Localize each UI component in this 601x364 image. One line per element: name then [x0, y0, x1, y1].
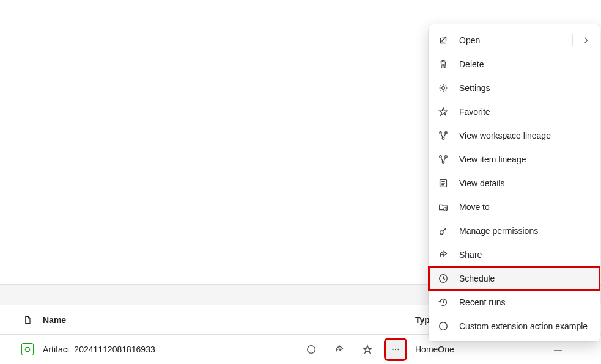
menu-item-view-details[interactable]: View details — [429, 171, 600, 195]
share-icon — [437, 249, 449, 261]
menu-item-label: Delete — [459, 59, 591, 69]
row-type-icon-col — [12, 343, 43, 355]
menu-item-item-lineage[interactable]: View item lineage — [429, 147, 600, 171]
menu-item-share[interactable]: Share — [429, 242, 600, 266]
menu-item-label: Recent runs — [459, 297, 591, 307]
menu-item-workspace-lineage[interactable]: View workspace lineage — [429, 123, 600, 147]
details-icon — [437, 177, 449, 189]
star-icon — [437, 106, 449, 118]
menu-item-schedule[interactable]: Schedule — [429, 266, 600, 290]
row-actions — [301, 340, 405, 359]
select-radio[interactable] — [301, 340, 321, 359]
menu-item-custom-ext[interactable]: Custom extension action example — [429, 314, 600, 338]
menu-item-label: Manage permissions — [459, 226, 591, 236]
menu-item-label: View details — [459, 178, 591, 188]
menu-item-open[interactable]: Open — [429, 28, 600, 52]
menu-item-favorite[interactable]: Favorite — [429, 100, 600, 123]
menu-item-recent-runs[interactable]: Recent runs — [429, 290, 600, 314]
header-icon-col — [12, 315, 43, 325]
menu-item-label: Schedule — [459, 274, 591, 283]
context-menu: OpenDeleteSettingsFavoriteView workspace… — [429, 24, 600, 341]
menu-item-label: Custom extension action example — [459, 321, 591, 331]
share-row-button[interactable] — [330, 340, 349, 359]
key-icon — [437, 225, 449, 237]
menu-item-label: Share — [459, 250, 591, 260]
menu-item-label: Move to — [459, 202, 591, 212]
folder-arrow-icon — [437, 201, 449, 213]
gear-icon — [437, 82, 449, 94]
row-name[interactable]: Artifact_20241112081816933 — [43, 344, 301, 354]
row-end: — — [528, 344, 589, 354]
menu-item-label: View workspace lineage — [459, 131, 591, 140]
document-icon — [23, 315, 32, 325]
menu-divider — [572, 34, 573, 46]
circle-icon — [437, 320, 449, 332]
trash-icon — [437, 58, 449, 70]
header-name[interactable]: Name — [43, 315, 301, 325]
menu-item-delete[interactable]: Delete — [429, 52, 600, 76]
more-options-button[interactable] — [386, 340, 405, 359]
menu-item-label: Open — [459, 35, 572, 45]
chevron-right-icon — [581, 35, 591, 45]
row-type: HomeOne — [405, 344, 528, 354]
lineage-icon — [437, 153, 449, 166]
lineage-icon — [437, 129, 449, 142]
menu-item-label: Settings — [459, 83, 591, 93]
menu-item-manage-permissions[interactable]: Manage permissions — [429, 219, 600, 242]
menu-item-label: View item lineage — [459, 155, 591, 164]
workspace-content: Name Type Artifact_20241112081816933 — [0, 0, 601, 364]
open-icon — [437, 34, 449, 46]
menu-item-label: Favorite — [459, 107, 591, 117]
menu-item-settings[interactable]: Settings — [429, 76, 600, 100]
history-icon — [437, 296, 449, 308]
artifact-type-icon — [21, 343, 34, 355]
favorite-row-button[interactable] — [358, 340, 377, 359]
clock-icon — [437, 272, 449, 285]
menu-item-move-to[interactable]: Move to — [429, 195, 600, 219]
